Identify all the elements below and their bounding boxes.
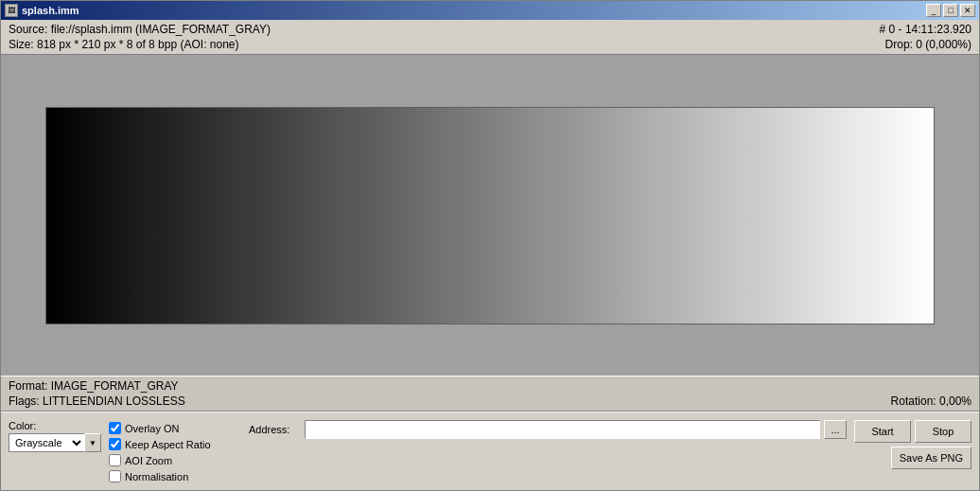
image-area (1, 55, 979, 376)
status-row-1: Format: IMAGE_FORMAT_GRAY (9, 378, 971, 394)
color-select[interactable]: GrayscaleRGBBGRHSV (9, 433, 84, 452)
info-row-1: Source: file://splash.imm (IMAGE_FORMAT_… (9, 22, 971, 37)
color-dropdown-button[interactable]: ▼ (84, 433, 101, 452)
aspect-row: Keep Aspect Ratio (109, 438, 241, 450)
address-group: Address: ... (249, 420, 847, 439)
gradient-display (45, 107, 935, 324)
title-buttons: _ □ ✕ (926, 4, 975, 17)
normalisation-row: Normalisation (109, 470, 241, 482)
color-label: Color: (9, 420, 101, 431)
save-png-button[interactable]: Save As PNG (891, 447, 971, 469)
title-bar-left: 🖼 splash.imm (5, 4, 79, 17)
aoi-zoom-checkbox[interactable] (109, 454, 121, 466)
info-bar: Source: file://splash.imm (IMAGE_FORMAT_… (1, 20, 979, 55)
main-window: 🖼 splash.imm _ □ ✕ Source: file://splash… (0, 0, 980, 491)
color-group: Color: GrayscaleRGBBGRHSV ▼ (9, 420, 101, 452)
overlay-label: Overlay ON (125, 423, 179, 434)
save-row: Save As PNG (891, 447, 971, 469)
status-bar: Format: IMAGE_FORMAT_GRAY Flags: LITTLEE… (1, 376, 979, 412)
status-row-2: Flags: LITTLEENDIAN LOSSLESS Rotation: 0… (9, 394, 971, 409)
maximize-button[interactable]: □ (943, 4, 958, 17)
aspect-label: Keep Aspect Ratio (125, 439, 211, 450)
start-button[interactable]: Start (854, 420, 911, 443)
action-buttons: Start Stop Save As PNG (854, 420, 971, 469)
size-info: Size: 818 px * 210 px * 8 of 8 bpp (AOI:… (9, 37, 239, 52)
window-title: splash.imm (22, 5, 79, 16)
start-stop-row: Start Stop (854, 420, 971, 443)
aspect-checkbox[interactable] (109, 438, 121, 450)
overlay-row: Overlay ON (109, 422, 241, 434)
rotation-info: Rotation: 0,00% (891, 394, 971, 409)
minimize-button[interactable]: _ (926, 4, 941, 17)
color-select-row: GrayscaleRGBBGRHSV ▼ (9, 433, 101, 452)
overlay-checkbox[interactable] (109, 422, 121, 434)
normalisation-label: Normalisation (125, 471, 188, 482)
close-button[interactable]: ✕ (960, 4, 975, 17)
aoi-zoom-row: AOI Zoom (109, 454, 241, 466)
app-icon: 🖼 (5, 4, 18, 17)
info-row-2: Size: 818 px * 210 px * 8 of 8 bpp (AOI:… (9, 37, 971, 52)
aoi-zoom-label: AOI Zoom (125, 455, 172, 466)
source-info: Source: file://splash.imm (IMAGE_FORMAT_… (9, 22, 271, 37)
controls-row: Color: GrayscaleRGBBGRHSV ▼ Overlay ON K… (9, 420, 971, 482)
normalisation-checkbox[interactable] (109, 470, 121, 482)
address-label: Address: (249, 424, 301, 435)
stop-button[interactable]: Stop (915, 420, 971, 443)
address-row: Address: ... (249, 420, 847, 439)
flags-info: Flags: LITTLEENDIAN LOSSLESS (9, 394, 185, 409)
title-bar: 🖼 splash.imm _ □ ✕ (1, 1, 979, 20)
browse-button[interactable]: ... (824, 420, 847, 439)
format-info: Format: IMAGE_FORMAT_GRAY (9, 378, 179, 394)
address-input[interactable] (305, 420, 820, 439)
frame-info: # 0 - 14:11:23.920 (880, 22, 971, 37)
drop-info: Drop: 0 (0,000%) (885, 37, 971, 52)
controls-area: Color: GrayscaleRGBBGRHSV ▼ Overlay ON K… (1, 412, 979, 490)
checkbox-group: Overlay ON Keep Aspect Ratio AOI Zoom No… (109, 420, 241, 482)
